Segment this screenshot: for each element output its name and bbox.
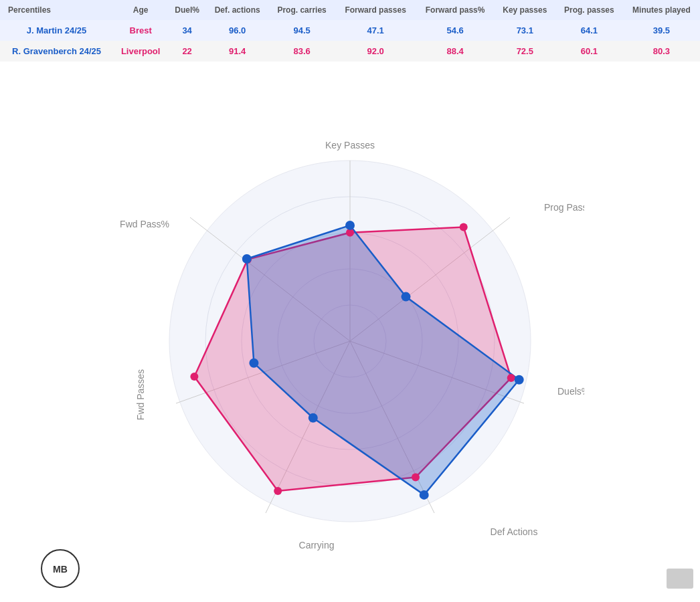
prog-passes-1: 39.5 bbox=[653, 25, 670, 35]
label-carrying: Carrying bbox=[299, 540, 335, 550]
header-prog-passes: Prog. passes bbox=[555, 0, 623, 20]
p1-dot-5 bbox=[249, 359, 258, 368]
label-def-actions: Def Actions bbox=[491, 526, 538, 537]
label-fwd-pass-pct: Fwd Pass% bbox=[120, 219, 169, 229]
prog-carries-2: 92.0 bbox=[367, 46, 383, 56]
header-fwd-passes: Forward passes bbox=[335, 0, 416, 20]
fwd-passes-2: 88.4 bbox=[446, 46, 463, 56]
def-2: 83.6 bbox=[293, 46, 310, 56]
p2-dot-4 bbox=[274, 487, 282, 495]
duel-2: 91.4 bbox=[229, 46, 246, 56]
team-name-2: Liverpool bbox=[121, 46, 161, 56]
header-key-passes: Key passes bbox=[495, 0, 555, 20]
p2-dot-2 bbox=[507, 374, 515, 382]
table-row: R. Gravenberch 24/25 Liverpool 22 91.4 8… bbox=[0, 41, 700, 62]
fwd-passes-1: 54.6 bbox=[446, 25, 463, 35]
fwd-pct-2: 72.5 bbox=[517, 46, 533, 56]
radar-svg: Key Passes Prog Passes Duels% Def Action… bbox=[116, 107, 584, 575]
prog-passes-2: 80.3 bbox=[653, 46, 670, 56]
stats-table: Percentiles Age Duel% Def. actions Prog.… bbox=[0, 0, 700, 62]
player-name-2: R. Gravenberch 24/25 bbox=[12, 46, 101, 56]
p1-dot-1 bbox=[402, 292, 411, 302]
label-duels: Duels% bbox=[557, 386, 584, 397]
table-row: J. Martin 24/25 Brest 34 96.0 94.5 47.1 … bbox=[0, 20, 700, 41]
header-duel: Duel% bbox=[168, 0, 206, 20]
p1-dot-0 bbox=[345, 221, 355, 230]
age-2: 22 bbox=[182, 46, 191, 56]
mb-logo: MB bbox=[40, 548, 80, 589]
header-age: Age bbox=[113, 0, 168, 20]
scrollbar[interactable] bbox=[667, 569, 693, 589]
header-fwd-pct: Forward pass% bbox=[416, 0, 494, 20]
header-percentiles: Percentiles bbox=[0, 0, 113, 20]
p1-dot-4 bbox=[309, 413, 318, 423]
header-def: Def. actions bbox=[206, 0, 268, 20]
p2-dot-5 bbox=[190, 373, 198, 381]
radar-chart: Key Passes Prog Passes Duels% Def Action… bbox=[116, 107, 584, 575]
p1-dot-6 bbox=[242, 254, 252, 264]
fwd-pct-1: 73.1 bbox=[517, 25, 533, 35]
p2-dot-1 bbox=[460, 223, 468, 231]
key-passes-2: 60.1 bbox=[581, 46, 598, 56]
label-fwd-passes: Fwd Passes bbox=[135, 369, 146, 420]
p2-dot-3 bbox=[412, 474, 420, 482]
duel-1: 96.0 bbox=[229, 25, 246, 35]
player-name-1: J. Martin 24/25 bbox=[27, 25, 87, 35]
header-minutes: Minutes played bbox=[623, 0, 700, 20]
p1-dot-3 bbox=[420, 490, 429, 500]
label-prog-passes: Prog Passes bbox=[544, 202, 584, 213]
age-1: 34 bbox=[182, 25, 191, 35]
svg-text:MB: MB bbox=[53, 564, 68, 575]
def-1: 94.5 bbox=[293, 25, 310, 35]
label-key-passes: Key Passes bbox=[325, 140, 375, 150]
p1-dot-2 bbox=[515, 375, 524, 385]
team-name-1: Brest bbox=[130, 25, 152, 35]
prog-carries-1: 47.1 bbox=[367, 25, 383, 35]
header-prog-carries: Prog. carries bbox=[268, 0, 335, 20]
key-passes-1: 64.1 bbox=[581, 25, 598, 35]
